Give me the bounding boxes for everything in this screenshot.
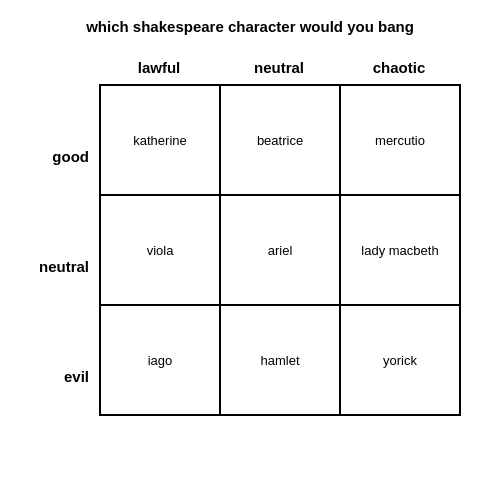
- col-header-neutral: neutral: [219, 59, 339, 84]
- cell-good-chaotic: mercutio: [341, 86, 461, 196]
- grid-section: lawful neutral chaotic katherine beatric…: [99, 59, 461, 416]
- cell-good-lawful: katherine: [101, 86, 221, 196]
- alignment-grid: katherine beatrice mercutio viola ariel …: [99, 84, 461, 416]
- cell-good-neutral: beatrice: [221, 86, 341, 196]
- row-label-neutral: neutral: [39, 211, 89, 321]
- row-label-good: good: [39, 101, 89, 211]
- row-labels-container: good neutral evil: [39, 101, 89, 431]
- cell-evil-lawful: iago: [101, 306, 221, 416]
- col-header-chaotic: chaotic: [339, 59, 459, 84]
- alignment-grid-layout: good neutral evil lawful neutral chaotic…: [39, 59, 461, 431]
- cell-neutral-chaotic: lady macbeth: [341, 196, 461, 306]
- row-label-evil: evil: [39, 321, 89, 431]
- cell-evil-neutral: hamlet: [221, 306, 341, 416]
- cell-neutral-lawful: viola: [101, 196, 221, 306]
- cell-neutral-neutral: ariel: [221, 196, 341, 306]
- page-title: which shakespeare character would you ba…: [86, 18, 414, 35]
- col-headers-container: lawful neutral chaotic: [99, 59, 461, 84]
- cell-evil-chaotic: yorick: [341, 306, 461, 416]
- col-header-lawful: lawful: [99, 59, 219, 84]
